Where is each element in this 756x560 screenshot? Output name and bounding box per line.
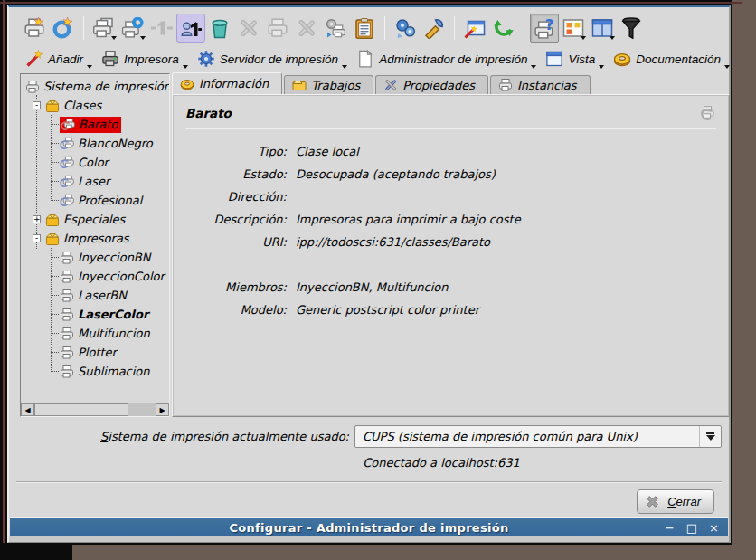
printer-class-icon bbox=[60, 137, 74, 151]
printer-tree-panel: Sistema de impresión -Clases Barato Blan… bbox=[20, 73, 170, 417]
tree-item-inyeccionbn[interactable]: InyeccionBN bbox=[21, 248, 169, 267]
printer-refresh-icon[interactable] bbox=[698, 104, 716, 122]
collapse-expander[interactable]: - bbox=[33, 234, 41, 242]
set-as-user-default-button[interactable] bbox=[176, 14, 205, 43]
menu-documentacion[interactable]: Documentación bbox=[610, 48, 732, 70]
wand-icon bbox=[25, 50, 43, 68]
tree-item-blanconegro[interactable]: BlancoNegro bbox=[21, 134, 169, 153]
tools-icon bbox=[238, 17, 260, 39]
configure-printer-button[interactable] bbox=[234, 14, 263, 43]
tab-trabajos[interactable]: Trabajos bbox=[284, 75, 373, 94]
scrollbar-thumb[interactable] bbox=[34, 403, 128, 416]
print-manager-window: Añadir Impresora Servidor de impresión A… bbox=[7, 5, 731, 543]
tab-informacion[interactable]: Información bbox=[172, 72, 282, 94]
chevron-down-icon[interactable] bbox=[699, 426, 721, 447]
cerrar-button[interactable]: Cerrar bbox=[637, 489, 714, 514]
divider bbox=[16, 481, 722, 483]
printer-icon bbox=[498, 78, 513, 92]
tree-group-especiales[interactable]: +Especiales bbox=[21, 210, 169, 229]
tree-group-clases[interactable]: -Clases bbox=[21, 96, 169, 115]
info-row-direccion: Dirección: bbox=[185, 185, 716, 208]
package-icon bbox=[45, 99, 60, 113]
horizontal-scrollbar[interactable]: ◀ ▶ bbox=[21, 403, 169, 416]
tree-item-multifuncion[interactable]: Multifuncion bbox=[21, 324, 169, 343]
remove-printer-button[interactable] bbox=[205, 14, 234, 43]
tree-group-impresoras[interactable]: -Impresoras bbox=[21, 229, 169, 248]
minimize-button[interactable]: − bbox=[665, 522, 675, 534]
menu-impresora[interactable]: Impresora bbox=[98, 48, 190, 70]
window-titlebar[interactable]: Configurar - Administrador de impresión … bbox=[10, 517, 728, 536]
new-wizard-button[interactable] bbox=[460, 14, 489, 43]
printer-options-button[interactable] bbox=[118, 14, 147, 43]
menu-servidor-de-impresion[interactable]: Servidor de impresión bbox=[194, 48, 349, 70]
collapse-expander[interactable]: - bbox=[33, 101, 41, 109]
test-printer-button[interactable] bbox=[263, 14, 292, 43]
menu-vista[interactable]: Vista bbox=[542, 48, 606, 70]
document-icon bbox=[356, 50, 374, 68]
printer-tools-button[interactable] bbox=[292, 14, 321, 43]
refresh-view-button[interactable] bbox=[489, 14, 518, 43]
info-row-descripcion: Descripción:Impresoras para imprimir a b… bbox=[185, 208, 716, 231]
tab-bar: Información Trabajos Propiedades Instanc… bbox=[172, 73, 592, 94]
printer-icon bbox=[101, 50, 119, 68]
selection-highlight: Barato bbox=[60, 117, 121, 133]
tree-item-lasercolor[interactable]: LaserColor bbox=[21, 305, 169, 324]
tree-item-barato[interactable]: Barato bbox=[21, 115, 169, 134]
printer-tree: Sistema de impresión -Clases Barato Blan… bbox=[21, 74, 169, 403]
chevron-down-icon bbox=[581, 36, 586, 40]
printing-system-select[interactable]: CUPS (sistema de impresión común para Un… bbox=[354, 425, 722, 448]
tree-item-inyeccioncolor[interactable]: InyeccionColor bbox=[21, 267, 169, 286]
tools-icon bbox=[383, 78, 398, 92]
tree-item-plotter[interactable]: Plotter bbox=[21, 343, 169, 362]
print-test-page-button[interactable] bbox=[90, 14, 118, 43]
trash-icon bbox=[209, 17, 231, 39]
chevron-down-icon bbox=[183, 65, 188, 69]
disable-printer-icon bbox=[151, 17, 173, 39]
printer-tasks-button[interactable] bbox=[321, 14, 350, 43]
add-special-printer-icon bbox=[52, 17, 74, 39]
filter-button[interactable] bbox=[617, 14, 646, 43]
printer-icon bbox=[60, 308, 74, 322]
gear-printer-icon bbox=[325, 17, 346, 39]
add-special-printer-button[interactable] bbox=[49, 14, 78, 43]
chevron-down-icon bbox=[610, 36, 615, 40]
view-icons-button[interactable] bbox=[559, 14, 588, 43]
printer-information-toggle[interactable] bbox=[530, 14, 559, 43]
menu-administrador-de-impresion[interactable]: Administrador de impresión bbox=[353, 48, 538, 70]
tab-instancias[interactable]: Instancias bbox=[490, 75, 591, 94]
package-icon bbox=[45, 213, 60, 227]
user-default-icon bbox=[180, 17, 202, 39]
tree-item-profesional[interactable]: Profesional bbox=[21, 191, 169, 210]
maximize-button[interactable]: □ bbox=[686, 522, 697, 534]
chevron-down-icon bbox=[342, 65, 347, 69]
desktop-background bbox=[72, 545, 756, 560]
scroll-left-arrow-icon[interactable]: ◀ bbox=[21, 403, 34, 416]
scroll-right-arrow-icon[interactable]: ▶ bbox=[156, 403, 169, 416]
connection-status: Conectado a localhost:631 bbox=[9, 456, 729, 470]
menu-anadir[interactable]: Añadir bbox=[22, 48, 94, 70]
desktop-background bbox=[732, 0, 756, 560]
view-print-jobs-button[interactable] bbox=[350, 14, 379, 43]
scrollbar-track[interactable] bbox=[128, 403, 156, 416]
add-printer-wizard-icon bbox=[24, 17, 45, 39]
printer-icon bbox=[60, 327, 74, 341]
close-button[interactable]: × bbox=[709, 522, 719, 534]
chevron-down-icon bbox=[140, 36, 146, 40]
add-printer-wizard-button[interactable] bbox=[20, 14, 49, 43]
toolbar-separator bbox=[454, 16, 455, 40]
disable-printer-button[interactable] bbox=[147, 14, 176, 43]
tree-item-laser[interactable]: Laser bbox=[21, 172, 169, 191]
server-tools-button[interactable] bbox=[420, 14, 449, 43]
tree-item-laserbn[interactable]: LaserBN bbox=[21, 286, 169, 305]
tree-root-sistema-de-impresion[interactable]: Sistema de impresión bbox=[21, 77, 169, 96]
printer-class-icon bbox=[60, 175, 74, 189]
view-tree-button[interactable] bbox=[588, 14, 617, 43]
tab-propiedades[interactable]: Propiedades bbox=[375, 75, 488, 94]
printer-icon bbox=[60, 365, 74, 379]
expand-expander[interactable]: + bbox=[33, 215, 41, 223]
printer-icon bbox=[60, 270, 74, 284]
configure-server-button[interactable] bbox=[391, 14, 420, 43]
action-menubar: Añadir Impresora Servidor de impresión A… bbox=[13, 46, 725, 71]
tree-item-color[interactable]: Color bbox=[21, 153, 169, 172]
tree-item-sublimacion[interactable]: Sublimacion bbox=[21, 362, 169, 381]
